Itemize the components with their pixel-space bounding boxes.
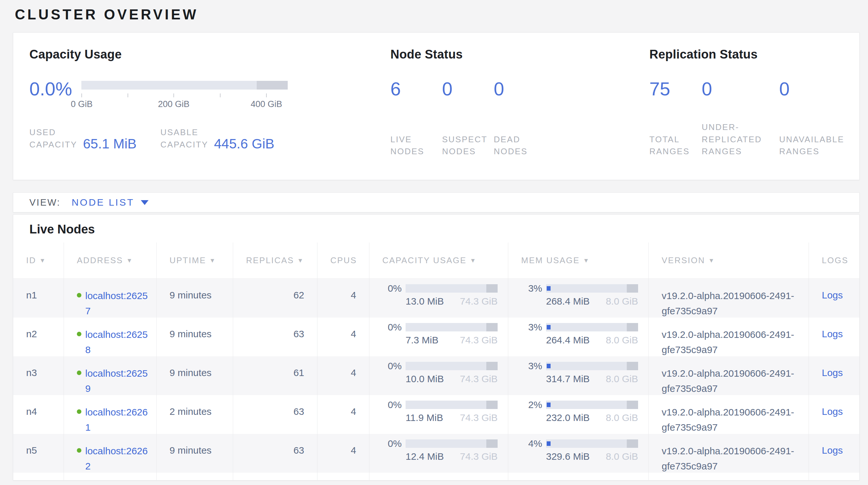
capacity-usage-bar [406,401,498,409]
live-status-dot-icon [77,448,82,453]
cell-uptime: 9 minutes [156,356,233,396]
address-link[interactable]: localhost:26258 [85,327,149,357]
total-ranges-stat: 75 TOTAL RANGES [649,80,702,158]
unavailable-ranges-label: UNAVAILABLE RANGES [779,134,859,158]
used-capacity-value: 65.1 MiB [83,136,136,152]
cell-uptime: 9 minutes [156,434,233,474]
live-nodes-label: LIVE NODES [391,134,442,158]
cell-address: localhost:26257 [64,279,156,318]
column-header-label: ID [26,255,36,265]
view-select-dropdown[interactable]: NODE LIST [72,197,149,208]
table-row: n2 localhost:26258 9 minutes 63 4 0% 7.3… [13,317,859,356]
cell-logs: Logs [809,356,860,396]
column-header-label: ADDRESS [77,255,123,265]
axis-label-0: 0 GiB [71,99,93,109]
total-ranges-label: TOTAL RANGES [649,134,702,158]
column-header[interactable]: ADDRESS ▼ [64,242,156,278]
column-header[interactable]: VERSION ▼ [648,242,809,278]
page-title: CLUSTER OVERVIEW [0,0,868,23]
unavailable-ranges-stat: 0 UNAVAILABLE RANGES [779,80,859,158]
view-selected-value: NODE LIST [72,197,134,208]
cell-node-id: n2 [13,317,64,357]
column-header[interactable]: LOGS ▼ [809,242,860,278]
cell-mem-usage: 3% 268.4 MiB 8.0 GiB [508,279,648,318]
column-header[interactable]: REPLICAS ▼ [233,242,317,278]
table-header-row: ID ▼ ADDRESS ▼ UPTIME ▼ REPLICAS ▼ CPUS … [13,242,859,279]
live-status-dot-icon [77,371,82,375]
used-capacity-stat: USED CAPACITY 65.1 MiB [29,126,136,151]
suspect-nodes-value: 0 [442,80,494,98]
column-header[interactable]: MEM USAGE ▼ [508,242,648,278]
column-header-label: CAPACITY USAGE [382,255,467,265]
logs-link[interactable]: Logs [822,406,843,417]
live-status-dot-icon [77,332,82,336]
logs-link[interactable]: Logs [822,290,843,301]
used-capacity-label: USED CAPACITY [29,126,83,151]
cell-cpus: 4 [317,279,369,318]
mem-usage-bar [546,323,638,332]
live-nodes-value: 6 [391,80,442,98]
address-link[interactable]: localhost:26262 [85,444,149,474]
table-row-partial [13,473,859,481]
cell-uptime: 9 minutes [156,279,233,318]
logs-link[interactable]: Logs [822,329,843,339]
under-replicated-value: 0 [702,80,779,98]
cell-logs: Logs [809,317,860,357]
column-header[interactable]: UPTIME ▼ [156,242,233,278]
capacity-usage-heading: Capacity Usage [29,48,391,61]
sort-arrow-icon: ▼ [470,257,476,264]
live-nodes-card: Live Nodes ID ▼ ADDRESS ▼ UPTIME ▼ REPLI… [13,215,860,481]
mem-usage-bar [546,401,638,409]
cell-capacity-usage: 0% 13.0 MiB 74.3 GiB [369,279,508,318]
live-status-dot-icon [77,293,82,297]
logs-link[interactable]: Logs [822,367,843,378]
suspect-nodes-label: SUSPECT NODES [442,134,494,158]
cell-replicas: 63 [233,317,317,357]
node-status-section: Node Status 6 LIVE NODES 0 SUSPECT NODES… [391,48,649,180]
cell-version: v19.2.0-alpha.20190606-2491-gfe735c9a97 [648,434,809,474]
address-link[interactable]: localhost:26261 [85,405,149,435]
logs-link[interactable]: Logs [822,445,843,456]
live-nodes-heading: Live Nodes [13,215,859,242]
total-ranges-value: 75 [649,80,702,98]
cell-capacity-usage: 0% 11.9 MiB 74.3 GiB [369,395,508,435]
axis-label-400: 400 GiB [251,99,282,109]
cell-address: localhost:26262 [64,434,156,474]
node-status-heading: Node Status [391,48,649,61]
address-link[interactable]: localhost:26257 [85,288,149,318]
dead-nodes-label: DEAD NODES [494,134,546,158]
cell-node-id: n4 [13,395,64,435]
live-status-dot-icon [77,409,82,414]
table-row: n1 localhost:26257 9 minutes 62 4 0% 13.… [13,279,859,317]
summary-card: Capacity Usage 0.0% 0 GiB 200 GiB 400 Gi… [13,32,860,180]
cell-replicas: 63 [233,395,317,435]
cell-replicas: 61 [233,356,317,396]
address-link[interactable]: localhost:26259 [85,366,149,396]
cell-address: localhost:26259 [64,356,156,396]
cell-address: localhost:26258 [64,317,156,357]
cell-version: v19.2.0-alpha.20190606-2491-gfe735c9a97 [648,395,809,435]
axis-label-200: 200 GiB [158,99,190,109]
table-row: n5 localhost:26262 9 minutes 63 4 0% 12.… [13,434,859,473]
cell-mem-usage: 2% 232.0 MiB 8.0 GiB [508,395,648,435]
usable-capacity-label: USABLE CAPACITY [160,126,214,151]
sort-arrow-icon: ▼ [583,257,590,264]
capacity-gauge-bar [82,81,288,90]
column-header-label: LOGS [822,255,848,265]
replication-status-heading: Replication Status [649,48,859,61]
dead-nodes-stat: 0 DEAD NODES [494,80,546,158]
cell-logs: Logs [809,434,860,474]
cell-mem-usage: 4% 329.6 MiB 8.0 GiB [508,434,648,474]
cell-capacity-usage: 0% 7.3 MiB 74.3 GiB [369,317,508,357]
column-header[interactable]: ID ▼ [13,242,64,278]
column-header[interactable]: CAPACITY USAGE ▼ [369,242,508,278]
cell-version: v19.2.0-alpha.20190606-2491-gfe735c9a97 [648,317,809,357]
cell-node-id: n3 [13,356,64,396]
cell-uptime: 9 minutes [156,317,233,357]
sort-arrow-icon: ▼ [126,257,133,264]
sort-arrow-icon: ▼ [298,257,304,264]
column-header[interactable]: CPUS ▼ [317,242,369,278]
capacity-usage-bar [406,284,498,293]
usable-capacity-value: 445.6 GiB [214,136,275,152]
replication-status-section: Replication Status 75 TOTAL RANGES 0 UND… [649,48,859,180]
